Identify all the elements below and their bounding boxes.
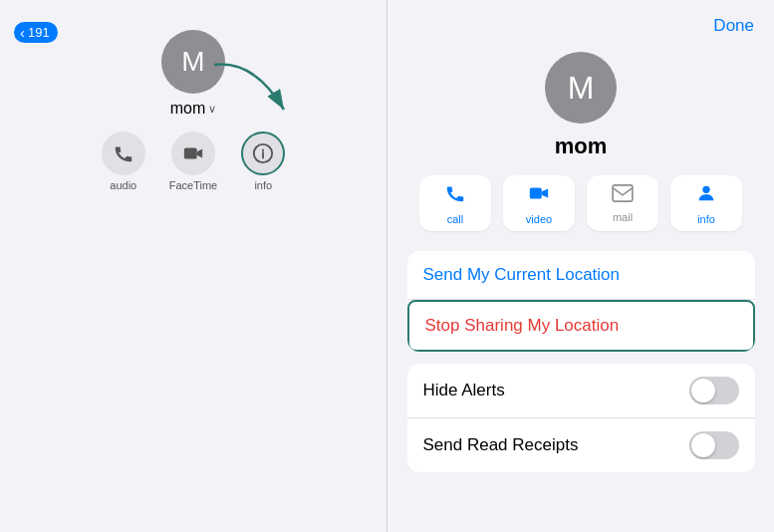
audio-icon (102, 132, 145, 175)
stop-sharing-item[interactable]: Stop Sharing My Location (407, 300, 755, 352)
info-label-left: info (254, 179, 272, 191)
facetime-button[interactable]: FaceTime (169, 132, 218, 191)
contact-name-right: mom (555, 133, 608, 159)
info-icon-left (241, 132, 285, 175)
hide-alerts-row: Hide Alerts (407, 364, 755, 418)
action-row: call video mail (419, 175, 742, 231)
right-header: Done (387, 0, 774, 44)
hide-alerts-toggle[interactable] (689, 377, 739, 404)
hide-alerts-label: Hide Alerts (423, 381, 505, 400)
right-panel: Done M mom call video (387, 0, 774, 532)
audio-button[interactable]: audio (102, 132, 145, 191)
svg-rect-3 (530, 187, 542, 198)
info-tile-icon (695, 182, 717, 209)
done-button[interactable]: Done (713, 16, 754, 36)
send-read-receipts-row: Send Read Receipts (407, 418, 755, 472)
send-read-receipts-label: Send Read Receipts (423, 435, 579, 455)
back-button[interactable]: ‹ 191 (14, 22, 58, 43)
mail-tile-label: mail (613, 211, 633, 223)
send-location-item[interactable]: Send My Current Location (407, 251, 755, 300)
svg-rect-4 (613, 184, 633, 200)
video-tile[interactable]: video (503, 175, 575, 231)
facetime-label: FaceTime (169, 179, 218, 191)
mail-tile[interactable]: mail (587, 175, 658, 231)
info-tile-label: info (697, 213, 715, 225)
video-tile-label: video (526, 213, 552, 225)
facetime-icon (171, 132, 215, 175)
location-section: Send My Current Location Stop Sharing My… (407, 251, 755, 352)
toggle-section: Hide Alerts Send Read Receipts (407, 364, 755, 472)
call-tile[interactable]: call (419, 175, 491, 231)
mail-tile-icon (612, 184, 634, 207)
left-panel: ‹ 191 M mom ∨ audio FaceTime (0, 0, 387, 532)
video-tile-icon (528, 182, 550, 209)
send-read-receipts-toggle[interactable] (689, 431, 739, 459)
back-chevron-icon: ‹ (20, 24, 25, 41)
arrow-annotation (204, 55, 304, 134)
back-count: 191 (28, 25, 50, 40)
svg-rect-0 (184, 148, 197, 159)
action-buttons-left: audio FaceTime info (102, 132, 286, 191)
call-tile-label: call (447, 213, 464, 225)
audio-label: audio (110, 179, 136, 191)
call-tile-icon (444, 182, 466, 209)
info-button-left[interactable]: info (241, 132, 285, 191)
svg-point-5 (702, 185, 709, 192)
contact-avatar-right: M (545, 52, 617, 124)
info-tile[interactable]: info (670, 175, 742, 231)
